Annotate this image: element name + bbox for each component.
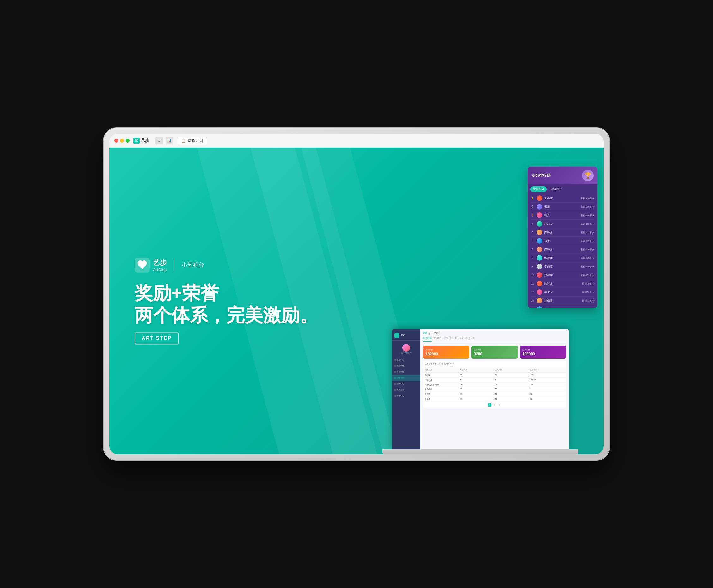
table-row: 未完成 20 20 4545 [423,373,566,378]
table-row: 管理课 20 20 20 [423,392,566,397]
rank-avatar-11 [537,281,542,287]
rank-num-5: 5 [530,231,535,234]
page-1[interactable]: 1 [488,403,492,406]
tab-points-exchange[interactable]: 积分兑换 [466,337,475,342]
rank-name-12: 李予宁 [544,290,580,294]
browser-brand-text: 艺步 [141,138,149,144]
rank-name-14: 张倩宁 [544,307,580,308]
rank-avatar-2 [537,204,542,210]
nav-enroll[interactable]: 招生管理 [392,363,420,369]
rank-score-1: 获得219积分 [581,197,595,200]
nav-data-center[interactable]: 数据中心 [392,357,420,363]
minimize-button[interactable] [120,139,124,143]
rank-name-10: 刘德华 [544,273,579,277]
nav-admin[interactable]: 管理中心 [392,393,420,399]
nav-course[interactable]: 课程管理 [392,369,420,375]
stat-people-value: 3200 [474,352,515,356]
rank-num-7: 7 [530,248,535,251]
browser-logo: 艺 艺步 [133,138,149,144]
rank-score-12: 获得71积分 [582,291,595,294]
rank-score-2: 获得205积分 [581,205,595,209]
table-pagination[interactable]: 1 2 3 [423,402,566,408]
dash-separator: | [429,332,430,334]
rank-avatar-10 [537,272,542,278]
tab-points-rules[interactable]: 积分说明 [445,337,453,342]
rank-score-13: 获得71积分 [582,299,595,302]
ranking-item-14: 14 张倩宁 获得65积分 [530,305,595,308]
rank-num-13: 13 [530,299,535,302]
ranking-tab-honor[interactable]: 荣誉积分 [530,186,547,192]
art-step-button[interactable]: ART STEP [135,333,178,344]
ranking-item-6: 6 赵予 获得162积分 [530,237,595,245]
col-status: 积累状态 [425,368,460,371]
rank-score-4: 获得183积分 [581,222,595,226]
points-table: 已有 X 名学生，获分积分结果 146 积累状态 发放人数 达成人数 达成积分 [423,361,566,408]
rank-name-3: 晓丹 [544,213,579,217]
rank-avatar-9 [537,264,542,269]
table-row: 超额完成 0 0 123456 [423,378,566,383]
rank-name-4: 林艺宁 [544,222,579,226]
page-3[interactable]: 3 [498,403,501,406]
nav-recruit[interactable]: 招聘中心 [392,381,420,387]
table-row: 提高课程 43 43 1 [423,387,566,392]
rank-num-12: 12 [530,291,535,294]
ranking-trophy-icon: 🏆 [582,170,593,181]
browser-controls [114,139,130,143]
rank-name-7: 陈玲角 [544,248,579,252]
browser-tab[interactable]: 📋 课程计划 [177,136,207,145]
rank-score-11: 获得70积分 [582,282,595,286]
ranking-tabs[interactable]: 荣誉积分 班级积分 [528,184,597,194]
nav-chart-icon[interactable]: 📊 [166,137,173,145]
table-note: 已有 X 名学生，获分积分结果 146 [423,361,566,367]
dashboard-sidebar: 艺步 刘一·艺积分 数据中心 [392,329,420,449]
col-achieved: 达成人数 [495,368,530,371]
stat-people-label: 获得人数 [474,349,515,351]
page-2[interactable]: 2 [493,403,496,406]
tab-artstep-points[interactable]: 艺步积分 [434,337,442,342]
rank-avatar-14 [537,306,542,308]
ranking-header: 积分排行榜 🏆 [528,167,597,184]
dash-logo-sm: 艺步 [423,332,427,335]
maximize-button[interactable] [126,139,130,143]
nav-points[interactable]: 小艺积分 [392,375,420,381]
tab-points-data[interactable]: 积分数据 [423,337,432,342]
laptop-mockup: 艺步 刘一·艺积分 数据中心 [383,329,578,454]
rank-name-11: 陈冰角 [544,282,580,286]
rank-avatar-13 [537,298,542,303]
rank-score-14: 获得65积分 [582,308,595,308]
sidebar-logo-text: 艺步 [401,334,405,337]
dashboard-container: 艺步 刘一·艺积分 数据中心 [392,329,569,449]
ranking-title: 积分排行榜 [532,173,550,178]
hero-left-content: 艺步 ArtStep 小艺积分 奖励+荣誉 两个体系，完美激励。 ART STE… [135,257,318,344]
table-row: 语文家 20 20 90 [423,397,566,402]
nav-invite[interactable]: 邀请排名 [392,387,420,393]
dashboard-tabs[interactable]: 积分数据 艺步积分 积分说明 积分活动 积分兑换 [423,337,566,343]
sidebar-user: 刘一·艺积分 [392,342,420,357]
rank-num-9: 9 [530,265,535,268]
nav-menu-icon[interactable]: ≡ [155,137,163,145]
tab-points-activity[interactable]: 积分活动 [455,337,464,342]
ranking-tab-class[interactable]: 班级积分 [548,186,564,192]
rank-score-8: 获得148积分 [581,256,595,260]
rank-num-14: 14 [530,308,535,308]
rank-score-7: 获得156积分 [581,248,595,251]
rank-name-8: 陈德华 [544,256,579,260]
rank-name-2: 张蕾 [544,205,579,209]
rank-avatar-1 [537,195,542,201]
ranking-item-2: 2 张蕾 获得205积分 [530,203,595,211]
table-row: 满意报告完成率超出... 100 145 146 [423,383,566,387]
rank-score-3: 获得196积分 [581,214,595,217]
brand-sub: ArtStep [153,268,167,272]
table-count: 146 [450,363,454,365]
laptop-screen: 艺步 刘一·艺积分 数据中心 [392,329,569,449]
rank-avatar-5 [537,230,542,235]
headline-line1: 奖励+荣誉 [135,282,318,304]
logo-icon: 艺 [133,138,140,144]
rank-score-5: 获得171积分 [581,231,595,234]
main-content: 艺步 ArtStep 小艺积分 奖励+荣誉 两个体系，完美激励。 ART STE… [109,148,604,454]
rank-avatar-4 [537,221,542,227]
rank-num-3: 3 [530,214,535,217]
dash-section-name: 小艺积分 [432,332,440,335]
close-button[interactable] [114,139,118,143]
rank-num-1: 1 [530,196,535,200]
